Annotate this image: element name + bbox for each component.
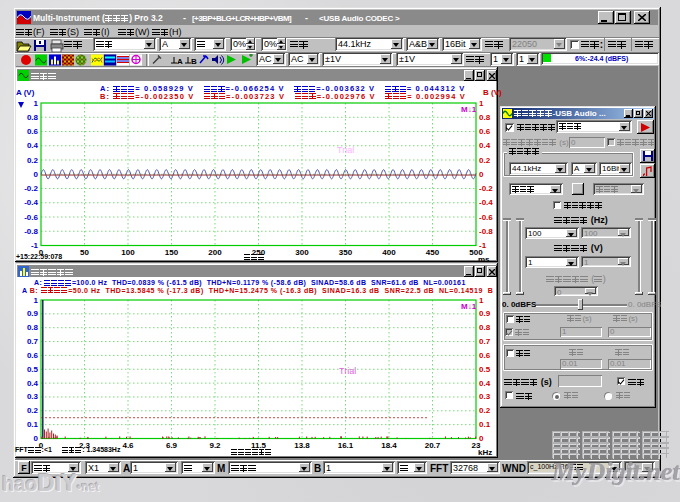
svg-text:B: B	[191, 57, 197, 66]
svg-text:0.4: 0.4	[479, 141, 491, 150]
svg-text:4.6: 4.6	[122, 441, 134, 450]
svg-text:-0.2: -0.2	[479, 184, 493, 193]
svg-text:0.6: 0.6	[27, 127, 39, 136]
svg-text:-1: -1	[31, 241, 39, 250]
svg-text:0: 0	[479, 170, 484, 179]
svg-text:400: 400	[382, 248, 396, 257]
svg-text:0.2: 0.2	[27, 406, 39, 415]
svg-text:450: 450	[426, 248, 440, 257]
svg-text:20.7: 20.7	[425, 441, 441, 450]
svg-text:ms: ms	[478, 255, 490, 263]
svg-text:-0.8: -0.8	[479, 227, 493, 236]
svg-text:6.9: 6.9	[166, 441, 178, 450]
svg-text:A: A	[177, 57, 183, 66]
svg-text:-0.6: -0.6	[479, 213, 493, 222]
svg-text:Trial: Trial	[339, 366, 356, 376]
svg-text:0.2: 0.2	[479, 156, 491, 165]
svg-text:-0.4: -0.4	[479, 198, 493, 207]
svg-text:0.5: 0.5	[479, 365, 491, 374]
svg-text:200: 200	[208, 248, 222, 257]
svg-text:350: 350	[339, 248, 353, 257]
svg-text:1: 1	[479, 99, 484, 108]
svg-text:-0.2: -0.2	[24, 184, 38, 193]
svg-text:0.6: 0.6	[27, 351, 39, 360]
svg-text:18.4: 18.4	[381, 441, 397, 450]
svg-text:1: 1	[479, 296, 484, 305]
svg-text:0.4: 0.4	[27, 379, 39, 388]
svg-text:50: 50	[80, 248, 89, 257]
svg-text:kHz: kHz	[478, 448, 492, 457]
svg-text:0.8: 0.8	[479, 113, 491, 122]
svg-text:300: 300	[295, 248, 309, 257]
svg-text:1: 1	[34, 296, 39, 305]
svg-text:-0.4: -0.4	[24, 198, 38, 207]
svg-text:Trial: Trial	[337, 145, 354, 155]
svg-text:1: 1	[34, 99, 39, 108]
svg-text:0.4: 0.4	[479, 379, 491, 388]
svg-text:0.7: 0.7	[479, 337, 491, 346]
svg-text:0.3: 0.3	[479, 392, 491, 401]
svg-text:0.9: 0.9	[27, 309, 39, 318]
svg-text:0.2: 0.2	[479, 406, 491, 415]
svg-text:0.8: 0.8	[479, 323, 491, 332]
svg-text:0.1: 0.1	[27, 420, 39, 429]
svg-text:-0.8: -0.8	[24, 227, 38, 236]
svg-text:0.5: 0.5	[27, 365, 39, 374]
svg-text:0.3: 0.3	[27, 392, 39, 401]
svg-text:0.8: 0.8	[27, 323, 39, 332]
svg-text:M↓1: M↓1	[461, 105, 477, 114]
svg-text:0.8: 0.8	[27, 113, 39, 122]
svg-text:0.6: 0.6	[479, 351, 491, 360]
svg-text:0.7: 0.7	[27, 337, 39, 346]
svg-text:M↓1: M↓1	[461, 302, 477, 311]
svg-text:0.2: 0.2	[27, 156, 39, 165]
svg-text:100: 100	[121, 248, 135, 257]
svg-text:0.9: 0.9	[479, 309, 491, 318]
svg-text:16.1: 16.1	[338, 441, 354, 450]
svg-text:0.6: 0.6	[479, 127, 491, 136]
svg-text:13.8: 13.8	[294, 441, 310, 450]
svg-text:150: 150	[165, 248, 179, 257]
svg-text:0: 0	[34, 170, 39, 179]
svg-text:-0.6: -0.6	[24, 213, 38, 222]
svg-text:0.4: 0.4	[27, 141, 39, 150]
svg-text:9.2: 9.2	[209, 441, 221, 450]
svg-text:0.1: 0.1	[479, 420, 491, 429]
